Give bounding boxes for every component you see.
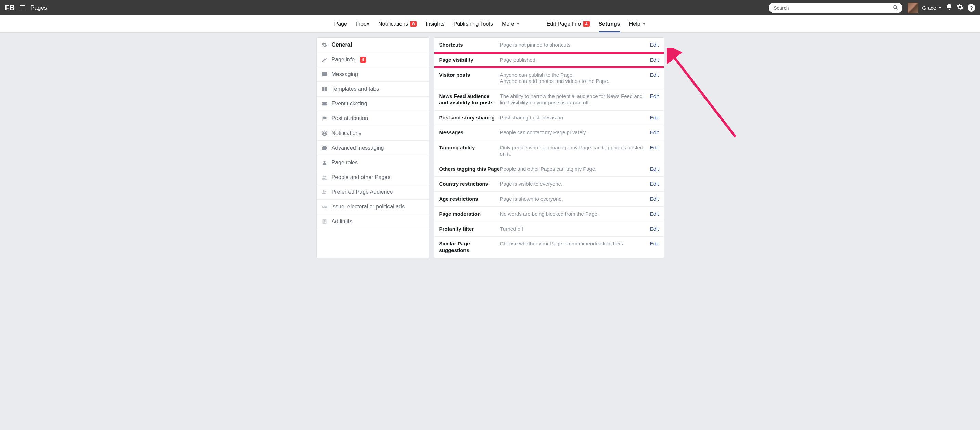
edit-link[interactable]: Edit [650,211,659,217]
hamburger-icon[interactable]: ☰ [19,4,25,12]
username-menu[interactable]: Grace ▼ [922,5,942,11]
nav-tab-more[interactable]: More▼ [502,15,520,32]
nav-badge: 8 [410,21,417,27]
svg-point-8 [323,176,325,177]
sidebar-item-label: Preferred Page Audience [332,189,393,195]
setting-row-similar-page-suggestions: Similar Page suggestionsChoose whether y… [434,237,664,258]
setting-label: News Feed audience and visibility for po… [439,93,500,106]
edit-link[interactable]: Edit [650,145,659,150]
sidebar-item-advanced-messaging[interactable]: Advanced messaging [317,141,429,155]
sidebar-item-label: Post attribution [332,115,368,121]
sidebar-item-page-roles[interactable]: Page roles [317,155,429,170]
secondary-nav-left: PageInboxNotifications8InsightsPublishin… [334,15,520,32]
setting-row-tagging-ability: Tagging abilityOnly people who help mana… [434,140,664,162]
edit-link[interactable]: Edit [650,226,659,232]
nav-tab-inbox[interactable]: Inbox [356,15,369,32]
sidebar-item-event-ticketing[interactable]: Event ticketing [317,97,429,111]
edit-link[interactable]: Edit [650,115,659,121]
logo[interactable]: FB [5,3,15,12]
setting-description: The ability to narrow the potential audi… [500,93,650,106]
setting-description: Page is shown to everyone. [500,196,650,202]
nav-tab-settings[interactable]: Settings [599,15,620,32]
edit-link[interactable]: Edit [650,196,659,202]
nav-tab-label: Edit Page Info [547,21,581,27]
sidebar-item-label: People and other Pages [332,174,391,180]
sidebar-item-label: General [332,42,352,48]
sidebar-item-notifications[interactable]: Notifications [317,126,429,141]
sidebar-item-post-attribution[interactable]: Post attribution [317,111,429,126]
sidebar-item-messaging[interactable]: Messaging [317,67,429,82]
search-input[interactable] [769,3,902,13]
nav-tab-publishing-tools[interactable]: Publishing Tools [453,15,493,32]
app-title[interactable]: Pages [30,5,47,11]
sidebar-item-general[interactable]: General [317,38,429,53]
setting-row-shortcuts: ShortcutsPage is not pinned to shortcuts… [434,38,664,53]
nav-tab-label: More [502,21,514,27]
sidebar-item-templates-and-tabs[interactable]: Templates and tabs [317,82,429,97]
setting-label: Page visibility [439,57,500,63]
sidebar-item-label: Messaging [332,71,358,77]
people-icon [321,175,328,180]
setting-row-profanity-filter: Profanity filterTurned offEdit [434,222,664,237]
svg-line-18 [672,54,735,137]
ticket-icon [321,101,328,107]
setting-row-others-tagging-this-page: Others tagging this PagePeople and other… [434,162,664,177]
setting-row-country-restrictions: Country restrictionsPage is visible to e… [434,177,664,192]
nav-tab-edit-page-info[interactable]: Edit Page Info4 [547,15,590,32]
sidebar-item-label: Event ticketing [332,101,367,107]
svg-rect-3 [325,87,326,89]
setting-description: Anyone can publish to the Page.Anyone ca… [500,72,650,85]
nav-tab-insights[interactable]: Insights [425,15,444,32]
gear-icon [321,42,328,48]
chevron-down-icon: ▼ [938,6,942,10]
edit-link[interactable]: Edit [650,129,659,135]
setting-label: Age restrictions [439,196,500,202]
nav-tab-label: Inbox [356,21,369,27]
sidebar-item-people-and-other-pages[interactable]: People and other Pages [317,170,429,185]
setting-description: No words are being blocked from the Page… [500,211,650,217]
svg-rect-5 [325,89,326,91]
sidebar-item-issue-electoral-or-political-ads[interactable]: issue, electoral or political ads [317,200,429,214]
setting-description: Page is visible to everyone. [500,181,650,187]
topbar-left: FB ☰ Pages [5,3,47,12]
edit-link[interactable]: Edit [650,240,659,247]
nav-tab-help[interactable]: Help▼ [629,15,646,32]
edit-link[interactable]: Edit [650,72,659,78]
flag-icon [321,116,328,121]
topbar-right: Grace ▼ ? [908,3,975,13]
edit-link[interactable]: Edit [650,93,659,99]
sidebar-item-label: Notifications [332,130,361,136]
setting-description: Page published [500,57,650,63]
settings-gear-icon[interactable] [957,3,964,12]
setting-description: People and other Pages can tag my Page. [500,166,650,172]
edit-link[interactable]: Edit [650,181,659,186]
setting-row-news-feed-audience-and-visibility-for-posts: News Feed audience and visibility for po… [434,89,664,111]
setting-row-post-and-story-sharing: Post and story sharingPost sharing to st… [434,111,664,126]
svg-point-7 [323,161,325,162]
notifications-bell-icon[interactable] [946,3,953,12]
chat-icon [321,72,328,77]
sidebar-item-ad-limits[interactable]: Ad limits [317,214,429,229]
pencil-icon [321,57,328,62]
username-label: Grace [922,5,936,11]
nav-tab-label: Settings [599,21,620,27]
edit-link[interactable]: Edit [650,57,659,63]
edit-link[interactable]: Edit [650,42,659,48]
topbar: FB ☰ Pages Grace ▼ ? [0,0,980,15]
nav-tab-page[interactable]: Page [334,15,347,32]
settings-content: ShortcutsPage is not pinned to shortcuts… [434,37,664,258]
setting-description: Choose whether your Page is recommended … [500,240,650,247]
svg-point-12 [323,206,324,207]
annotation-arrow-icon [667,48,742,143]
chat-dots-icon [321,145,328,151]
globe-icon [321,131,328,136]
sidebar-item-label: Ad limits [332,218,352,225]
nav-tab-notifications[interactable]: Notifications8 [378,15,417,32]
sidebar-item-label: Templates and tabs [332,86,379,92]
doc-icon [321,219,328,224]
sidebar-item-preferred-page-audience[interactable]: Preferred Page Audience [317,185,429,200]
edit-link[interactable]: Edit [650,166,659,172]
sidebar-item-page-info[interactable]: Page info4 [317,53,429,67]
help-icon[interactable]: ? [968,4,975,12]
avatar[interactable] [908,3,918,13]
